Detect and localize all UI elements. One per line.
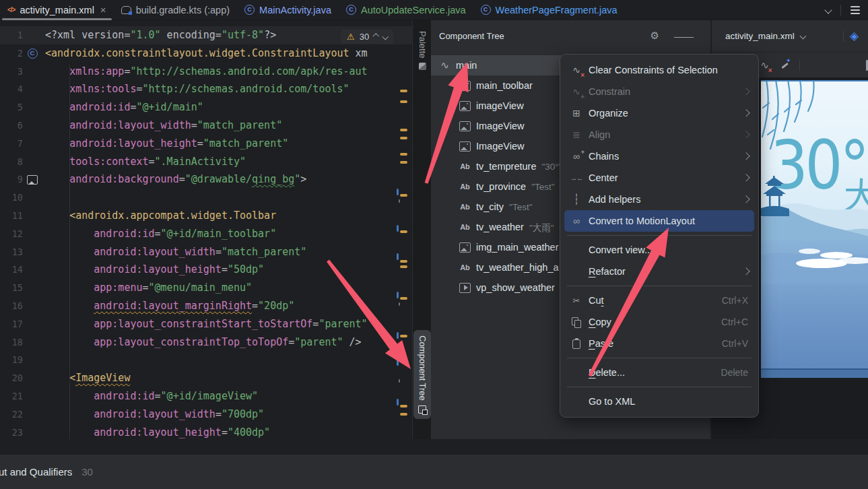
stripe-mark bbox=[400, 265, 407, 268]
line-number: 17 bbox=[0, 315, 23, 333]
component-tree-header: Component Tree ⚙ —— bbox=[431, 20, 710, 51]
next-warning-icon[interactable] bbox=[382, 34, 388, 40]
gutter-slot bbox=[23, 387, 42, 405]
code-text: android:layout_width="match_parent" bbox=[42, 117, 282, 135]
tab-autoupdateservice-java[interactable]: CAutoUpdateService.java bbox=[339, 0, 473, 20]
submenu-chevron-icon bbox=[742, 268, 749, 275]
menu-item-copy[interactable]: CopyCtrl+C bbox=[564, 311, 754, 333]
menu-item-cut[interactable]: CutCtrl+X bbox=[564, 290, 754, 311]
line-number: 20 bbox=[0, 369, 23, 387]
hide-panel-icon[interactable]: —— bbox=[674, 30, 693, 42]
gutter-slot bbox=[23, 135, 42, 153]
infer-constraints-icon[interactable] bbox=[780, 60, 791, 71]
submenu-chevron-icon bbox=[742, 153, 749, 160]
tab-bar-extra bbox=[826, 0, 868, 20]
prev-warning-icon[interactable] bbox=[373, 34, 379, 40]
code-area[interactable]: 1<?xml version="1.0" encoding="utf-8"?>2… bbox=[0, 26, 412, 439]
tab-weatherpagefragment-java[interactable]: CWeatherPageFragment.java bbox=[473, 0, 625, 20]
code-text: android:id="@+id/main_toolbar" bbox=[42, 225, 276, 243]
tab-label: AutoUpdateService.java bbox=[361, 5, 466, 15]
inspection-widget[interactable]: ⚠ 30 bbox=[341, 30, 393, 44]
divider bbox=[843, 31, 844, 42]
layers-icon[interactable]: ◈ bbox=[850, 29, 859, 43]
tab-label: build.gradle.kts (:app) bbox=[136, 5, 230, 15]
status-bar: ut and Qualifiers 30 bbox=[0, 455, 868, 489]
menu-separator bbox=[567, 358, 752, 358]
stripe-mark bbox=[399, 302, 401, 306]
weather-art bbox=[761, 82, 868, 378]
tab-component-tree[interactable]: Component Tree bbox=[413, 330, 431, 419]
menu-item-label: Center bbox=[589, 172, 618, 183]
design-file-selector[interactable]: activity_main.xml bbox=[725, 31, 795, 41]
code-line: 16 android:layout_marginRight="20dp" bbox=[0, 297, 412, 315]
code-text bbox=[42, 189, 45, 207]
center-icon bbox=[570, 172, 582, 184]
menu-item-convert-to-motionlayout[interactable]: Convert to MotionLayout bbox=[564, 210, 754, 232]
menu-item-delete[interactable]: Delete...Delete bbox=[564, 362, 754, 383]
menu-separator bbox=[567, 235, 752, 236]
line-number: 10 bbox=[0, 189, 23, 207]
code-line: 3 xmlns:app="http://schemas.android.com/… bbox=[0, 63, 412, 81]
class-icon: C bbox=[481, 5, 491, 15]
menu-item-convert-view[interactable]: Convert view... bbox=[564, 239, 754, 261]
component-tree-title: Component Tree bbox=[439, 31, 504, 41]
menu-item-constrain[interactable]: Constrain bbox=[564, 81, 754, 102]
code-editor[interactable]: 1<?xml version="1.0" encoding="utf-8"?>2… bbox=[0, 20, 412, 439]
gutter-slot bbox=[23, 98, 42, 117]
code-text: app:layout_constraintTop_toTopOf="parent… bbox=[42, 333, 362, 352]
line-number: 13 bbox=[0, 243, 23, 261]
line-number: 5 bbox=[0, 98, 23, 117]
submenu-chevron-icon bbox=[742, 174, 749, 182]
stripe-mark bbox=[400, 137, 407, 139]
menu-item-add-helpers[interactable]: Add helpers bbox=[564, 189, 754, 210]
tab-label: activity_main.xml bbox=[20, 5, 94, 15]
menu-item-chains[interactable]: Chains bbox=[564, 145, 754, 167]
submenu-chevron-icon bbox=[742, 196, 749, 203]
tab-activity-main-xml[interactable]: </>activity_main.xml× bbox=[0, 0, 114, 20]
gear-icon[interactable]: ⚙ bbox=[650, 30, 659, 42]
clear-constraints-icon[interactable]: ∿× bbox=[759, 59, 771, 71]
tab-build-gradle-kts-app[interactable]: build.gradle.kts (:app) bbox=[114, 0, 237, 20]
code-line: 17 app:layout_constraintStart_toStartOf=… bbox=[0, 315, 412, 333]
code-line: 14 android:layout_height="50dp" bbox=[0, 261, 412, 279]
layout-preview[interactable]: 30° 大 bbox=[761, 80, 868, 378]
cut-icon bbox=[570, 295, 582, 306]
menu-item-label: Delete... bbox=[589, 367, 625, 378]
menu-item-label: Convert view... bbox=[589, 244, 653, 255]
error-stripe[interactable] bbox=[395, 20, 412, 439]
menu-item-clear-constraints-of-selection[interactable]: Clear Constraints of Selection bbox=[564, 59, 754, 81]
editor-tab-bar: </>activity_main.xml×build.gradle.kts (:… bbox=[0, 0, 868, 20]
tab-label: WeatherPageFragment.java bbox=[496, 5, 617, 15]
code-text: app:layout_constraintStart_toStartOf="pa… bbox=[42, 315, 368, 333]
stripe-mark bbox=[399, 379, 401, 383]
close-icon[interactable]: × bbox=[100, 4, 106, 15]
tab-mainactivity-java[interactable]: CMainActivity.java bbox=[237, 0, 339, 20]
tree-item-label: ImageView bbox=[476, 121, 524, 131]
menu-icon[interactable] bbox=[850, 6, 860, 13]
code-line: 22 android:layout_width="700dp" bbox=[0, 405, 412, 424]
line-number: 7 bbox=[0, 135, 23, 153]
gutter-slot bbox=[23, 405, 42, 424]
line-number: 19 bbox=[0, 351, 23, 369]
code-text: android:layout_width="700dp" bbox=[42, 405, 264, 424]
line-number: 14 bbox=[0, 261, 23, 279]
menu-item-center[interactable]: Center bbox=[564, 167, 754, 189]
menu-item-organize[interactable]: Organize bbox=[564, 102, 754, 124]
paste-icon bbox=[570, 338, 582, 350]
menu-item-align[interactable]: Align bbox=[564, 124, 754, 145]
gutter-slot bbox=[23, 424, 42, 439]
code-line: 18 app:layout_constraintTop_toTopOf="par… bbox=[0, 333, 412, 352]
tab-palette[interactable]: Palette bbox=[413, 26, 431, 75]
chevron-down-icon[interactable] bbox=[824, 6, 832, 13]
submenu-chevron-icon bbox=[742, 110, 749, 117]
gutter-slot bbox=[23, 351, 42, 369]
line-number: 22 bbox=[0, 405, 23, 424]
chevron-down-icon[interactable] bbox=[799, 33, 806, 40]
menu-item-paste[interactable]: PasteCtrl+V bbox=[564, 333, 754, 354]
menu-shortcut: Ctrl+X bbox=[722, 295, 748, 306]
tree-item-label: tv_tempreture bbox=[476, 161, 536, 172]
stripe-mark bbox=[397, 359, 399, 366]
menu-item-go-to-xml[interactable]: Go to XML bbox=[564, 391, 754, 412]
menu-item-refactor[interactable]: Refactor bbox=[564, 261, 754, 282]
line-number: 6 bbox=[0, 117, 23, 135]
